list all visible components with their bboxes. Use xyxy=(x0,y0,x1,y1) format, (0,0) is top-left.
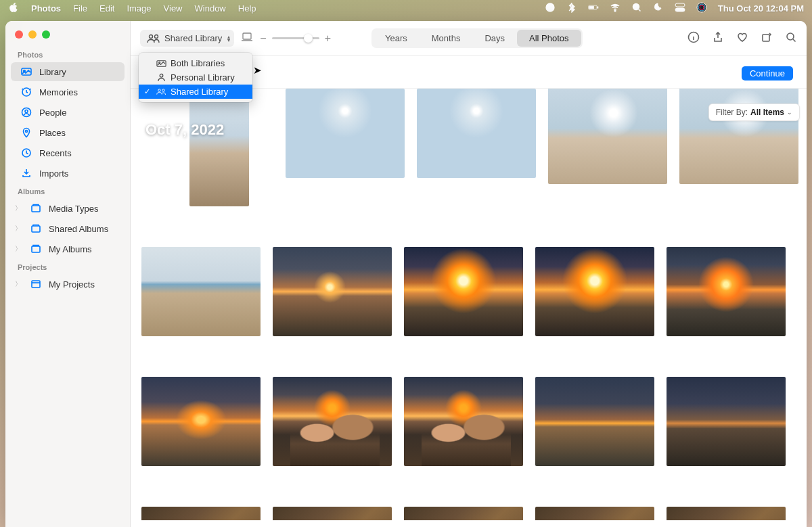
menubar-datetime[interactable]: Thu Oct 20 12:04 PM xyxy=(718,3,804,14)
sidebar-item-places[interactable]: Places xyxy=(11,123,125,142)
sidebar-item-media-types[interactable]: 〉 Media Types xyxy=(11,199,125,218)
photo-thumbnail[interactable] xyxy=(404,507,523,520)
chevron-down-icon: ⌄ xyxy=(787,109,792,116)
cursor-icon: ➤ xyxy=(253,64,262,76)
sidebar-item-people[interactable]: People xyxy=(11,103,125,122)
timemachine-icon[interactable] xyxy=(545,2,556,15)
info-icon[interactable] xyxy=(687,31,700,46)
zoom-slider[interactable] xyxy=(272,37,319,39)
menu-file[interactable]: File xyxy=(73,3,87,14)
svg-point-32 xyxy=(162,89,164,91)
sidebar-section-albums: Albums xyxy=(5,183,130,198)
sidebar-item-label: Imports xyxy=(39,168,68,179)
menu-image[interactable]: Image xyxy=(127,3,151,14)
filter-label: Filter By: xyxy=(716,108,748,117)
sidebar-item-label: Recents xyxy=(39,148,72,158)
apple-menu-icon[interactable] xyxy=(8,2,19,15)
svg-point-31 xyxy=(158,89,160,91)
segment-days[interactable]: Days xyxy=(472,30,517,47)
control-center-icon[interactable] xyxy=(675,2,685,15)
menu-edit[interactable]: Edit xyxy=(99,3,114,14)
svg-point-4 xyxy=(614,10,616,12)
svg-point-27 xyxy=(787,33,794,40)
people-pair-icon xyxy=(156,87,166,96)
continue-button[interactable]: Continue xyxy=(742,66,793,81)
photo-thumbnail[interactable] xyxy=(273,377,392,466)
svg-rect-6 xyxy=(675,3,685,7)
app-name[interactable]: Photos xyxy=(31,3,61,14)
photo-thumbnail[interactable] xyxy=(141,377,261,466)
chevron-right-icon: 〉 xyxy=(15,224,23,233)
photo-thumbnail[interactable] xyxy=(404,377,523,466)
sidebar-item-recents[interactable]: Recents xyxy=(11,143,125,162)
battery-icon[interactable] xyxy=(588,2,599,15)
svg-rect-2 xyxy=(589,6,594,9)
photo-thumbnail[interactable] xyxy=(667,247,786,336)
photo-thumbnail[interactable]: PORTRAIT xyxy=(273,507,392,520)
photo-thumbnail[interactable] xyxy=(141,507,261,520)
person-icon xyxy=(156,73,166,82)
stepper-icon: ▴▾ xyxy=(227,35,230,42)
search-icon[interactable] xyxy=(785,31,797,46)
bluetooth-icon[interactable] xyxy=(566,2,577,15)
filter-value: All Items xyxy=(750,108,784,117)
sidebar-item-label: People xyxy=(39,108,66,118)
photo-thumbnail[interactable] xyxy=(535,377,654,466)
sidebar: Photos Library Memories People Places Re… xyxy=(5,21,131,527)
chevron-right-icon: 〉 xyxy=(15,244,23,254)
photo-thumbnail[interactable] xyxy=(667,377,786,466)
share-icon[interactable] xyxy=(712,31,724,46)
photo-thumbnail[interactable] xyxy=(535,247,654,336)
recents-icon xyxy=(20,147,32,159)
wifi-icon[interactable] xyxy=(610,2,621,15)
dropdown-item-personal[interactable]: Personal Library xyxy=(139,70,252,85)
album-icon xyxy=(30,223,42,235)
menu-window[interactable]: Window xyxy=(195,3,226,14)
fullscreen-button[interactable] xyxy=(42,30,50,39)
photo-thumbnail[interactable] xyxy=(189,89,249,206)
sidebar-item-memories[interactable]: Memories xyxy=(11,83,125,101)
svg-point-22 xyxy=(150,35,153,38)
segment-all-photos[interactable]: All Photos xyxy=(517,30,581,47)
photo-thumbnail[interactable] xyxy=(667,507,786,520)
sidebar-item-label: Media Types xyxy=(49,204,98,214)
segment-years[interactable]: Years xyxy=(373,30,420,47)
segment-months[interactable]: Months xyxy=(420,30,473,47)
svg-rect-24 xyxy=(243,33,251,39)
svg-point-16 xyxy=(26,131,28,133)
photo-thumbnail[interactable] xyxy=(286,89,405,178)
menu-view[interactable]: View xyxy=(164,3,183,14)
library-both-icon xyxy=(156,59,166,68)
photo-thumbnail[interactable] xyxy=(404,247,523,336)
svg-point-23 xyxy=(155,35,158,38)
close-button[interactable] xyxy=(15,30,23,39)
favorite-icon[interactable] xyxy=(736,31,748,46)
sidebar-item-my-projects[interactable]: 〉 My Projects xyxy=(11,275,125,294)
photo-thumbnail[interactable] xyxy=(548,89,667,184)
sidebar-item-imports[interactable]: Imports xyxy=(11,164,125,183)
photo-thumbnail[interactable] xyxy=(273,247,392,336)
siri-icon[interactable] xyxy=(696,2,707,15)
zoom-out-button[interactable]: − xyxy=(260,32,266,45)
sidebar-item-label: My Albums xyxy=(49,244,92,254)
chevron-right-icon: 〉 xyxy=(15,279,23,289)
photo-thumbnail[interactable] xyxy=(535,507,654,520)
dropdown-item-label: Personal Library xyxy=(171,72,235,83)
sidebar-item-library[interactable]: Library xyxy=(11,62,125,81)
sidebar-item-shared-albums[interactable]: 〉 Shared Albums xyxy=(11,219,125,238)
library-scope-button[interactable]: Shared Library ▴▾ xyxy=(140,30,234,47)
photo-thumbnail[interactable] xyxy=(141,247,261,336)
filter-button[interactable]: Filter By: All Items ⌄ xyxy=(708,104,800,121)
dropdown-item-shared[interactable]: ✓ Shared Library xyxy=(139,85,252,99)
rotate-icon[interactable] xyxy=(761,31,773,46)
spotlight-icon[interactable] xyxy=(631,2,642,15)
menu-help[interactable]: Help xyxy=(238,3,256,14)
dnd-icon[interactable] xyxy=(653,2,664,15)
people-pair-icon xyxy=(147,34,160,43)
photo-thumbnail[interactable] xyxy=(417,89,536,178)
sidebar-item-my-albums[interactable]: 〉 My Albums xyxy=(11,239,125,258)
zoom-in-button[interactable]: + xyxy=(325,32,331,45)
minimize-button[interactable] xyxy=(28,30,37,39)
device-icon[interactable] xyxy=(241,32,253,45)
dropdown-item-both[interactable]: Both Libraries xyxy=(139,56,252,70)
